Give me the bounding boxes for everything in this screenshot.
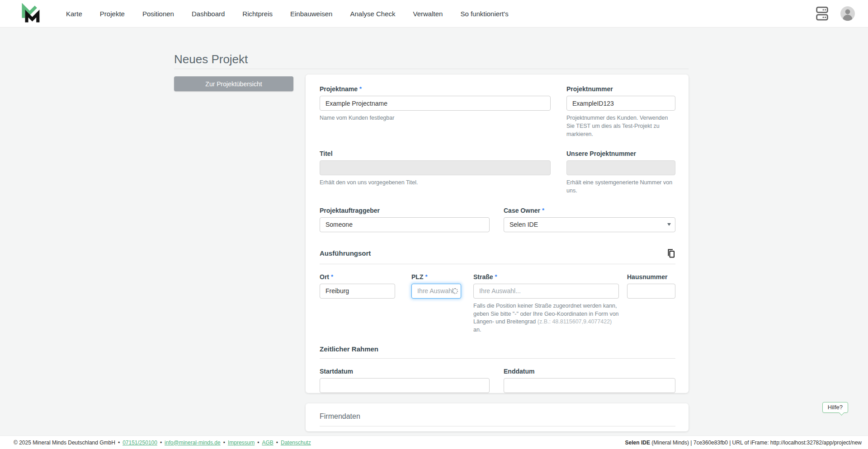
nav-item-positionen[interactable]: Positionen — [142, 10, 174, 18]
footer-link-email[interactable]: info@mineral-minds.de — [165, 440, 221, 446]
titel-label: Titel — [320, 150, 551, 157]
field-strasse: Straße* Falls die Position keiner Straße… — [473, 273, 619, 334]
top-navigation-bar: Karte Projekte Positionen Dashboard Rich… — [0, 0, 868, 28]
titel-helper: Erhält den von uns vorgegebenen Titel. — [320, 179, 551, 187]
section-firmendaten: Firmendaten — [320, 412, 675, 426]
required-marker: * — [495, 273, 497, 280]
unsere-projektnummer-helper: Erhält eine systemgenerierte Nummer von … — [566, 179, 675, 195]
mineral-minds-logo[interactable] — [20, 3, 41, 24]
field-case-owner: Case Owner* Selen IDE — [504, 207, 675, 232]
field-hausnummer: Hausnummer — [627, 273, 675, 334]
startdatum-label: Startdatum — [320, 368, 490, 375]
footer-session-info: Selen IDE (Mineral Minds) | 7ce360e83fb0… — [625, 440, 862, 446]
projektauftraggeber-label: Projektauftraggeber — [320, 207, 490, 214]
required-marker: * — [331, 273, 333, 280]
projektname-input[interactable] — [320, 96, 551, 111]
unsere-projektnummer-input — [566, 160, 675, 175]
projektnummer-input[interactable] — [566, 96, 675, 111]
plz-label: PLZ* — [411, 273, 461, 281]
logo-icon — [20, 3, 41, 24]
ort-input[interactable] — [320, 284, 395, 299]
field-titel: Titel Erhält den von uns vorgegebenen Ti… — [320, 150, 551, 195]
topbar-actions — [816, 6, 855, 21]
required-marker: * — [425, 273, 427, 280]
footer: © 2025 Mineral Minds Deutschland GmbH • … — [0, 435, 868, 449]
nav-item-projekte[interactable]: Projekte — [100, 10, 125, 18]
hausnummer-input[interactable] — [627, 284, 675, 299]
section-ausfuehrungsort: Ausführungsort — [320, 248, 675, 264]
footer-session-details: (Mineral Minds) | 7ce360e83fb0 | URL of … — [650, 440, 862, 446]
title-divider — [174, 69, 689, 69]
field-unsere-projektnummer: Unsere Projektnummer Erhält eine systemg… — [566, 150, 675, 195]
field-projektauftraggeber: Projektauftraggeber — [320, 207, 490, 232]
projektauftraggeber-input[interactable] — [320, 217, 490, 232]
enddatum-label: Enddatum — [504, 368, 675, 375]
footer-user: Selen IDE — [625, 440, 650, 446]
help-button[interactable]: Hilfe? — [822, 402, 848, 413]
projektname-helper: Name vom Kunden festlegbar — [320, 114, 551, 122]
page-title: Neues Projekt — [174, 52, 248, 66]
ort-label: Ort* — [320, 273, 395, 281]
nav-item-dashboard[interactable]: Dashboard — [192, 10, 225, 18]
strasse-label: Straße* — [473, 273, 619, 281]
strasse-input[interactable] — [473, 284, 619, 299]
firmendaten-card: Firmendaten — [306, 403, 689, 431]
case-owner-label: Case Owner* — [504, 207, 675, 214]
footer-link-datenschutz[interactable]: Datenschutz — [281, 440, 311, 446]
footer-left: © 2025 Mineral Minds Deutschland GmbH • … — [14, 440, 311, 446]
section-zeitlicher-rahmen: Zeitlicher Rahmen — [320, 345, 675, 359]
nav-item-verwalten[interactable]: Verwalten — [413, 10, 443, 18]
projektname-label: Projektname* — [320, 85, 551, 93]
nav-item-karte[interactable]: Karte — [66, 10, 82, 18]
field-startdatum: Startdatum — [320, 368, 490, 393]
footer-copyright: © 2025 Mineral Minds Deutschland GmbH — [14, 440, 115, 446]
projektnummer-helper: Projektnummer des Kunden. Verwenden Sie … — [566, 114, 675, 138]
case-owner-select[interactable]: Selen IDE — [504, 217, 675, 232]
field-enddatum: Enddatum — [504, 368, 675, 393]
footer-link-impressum[interactable]: Impressum — [228, 440, 255, 446]
unsere-projektnummer-label: Unsere Projektnummer — [566, 150, 675, 157]
required-marker: * — [359, 85, 362, 92]
nav-item-so-funktionierts[interactable]: So funktioniert's — [460, 10, 508, 18]
projektnummer-label: Projektnummer — [566, 85, 675, 93]
field-projektnummer: Projektnummer Projektnummer des Kunden. … — [566, 85, 675, 138]
enddatum-input[interactable] — [504, 378, 675, 393]
server-icon[interactable] — [816, 6, 828, 21]
footer-link-phone[interactable]: 07151/250100 — [123, 440, 157, 446]
field-plz: PLZ* — [411, 273, 461, 334]
back-to-project-overview-button[interactable]: Zur Projektübersicht — [174, 76, 293, 91]
copy-icon[interactable] — [666, 248, 675, 258]
field-projektname: Projektname* Name vom Kunden festlegbar — [320, 85, 551, 138]
nav-item-richtpreis[interactable]: Richtpreis — [242, 10, 273, 18]
field-ort: Ort* — [320, 273, 395, 334]
hausnummer-label: Hausnummer — [627, 273, 675, 281]
firmendaten-title: Firmendaten — [320, 412, 360, 421]
startdatum-input[interactable] — [320, 378, 490, 393]
loading-spinner-icon — [452, 288, 458, 294]
user-avatar[interactable] — [840, 6, 855, 21]
nav-item-analyse-check[interactable]: Analyse Check — [350, 10, 395, 18]
titel-input — [320, 160, 551, 175]
strasse-helper: Falls die Position keiner Straße zugeord… — [473, 302, 619, 334]
zeitlicher-rahmen-title: Zeitlicher Rahmen — [320, 345, 378, 353]
required-marker: * — [542, 207, 544, 214]
ausfuehrungsort-title: Ausführungsort — [320, 249, 371, 257]
nav-item-einbauweisen[interactable]: Einbauweisen — [290, 10, 332, 18]
main-nav: Karte Projekte Positionen Dashboard Rich… — [66, 10, 509, 18]
project-form-card: Projektname* Name vom Kunden festlegbar … — [306, 75, 689, 393]
footer-link-agb[interactable]: AGB — [262, 440, 273, 446]
chevron-down-icon — [667, 223, 671, 226]
case-owner-selected-value: Selen IDE — [509, 221, 538, 228]
